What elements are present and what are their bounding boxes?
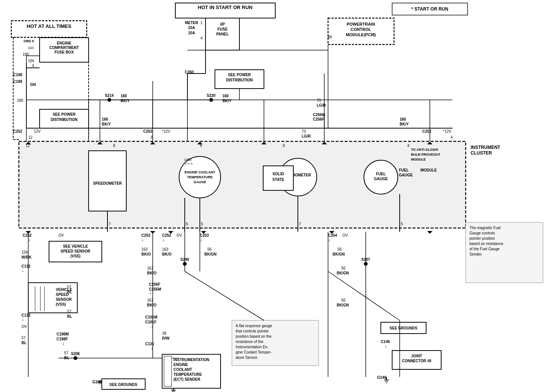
svg-text:6: 6: [283, 144, 285, 148]
svg-text:SENSOR: SENSOR: [56, 297, 72, 302]
svg-text:TEMPERATURE: TEMPERATURE: [187, 175, 213, 179]
svg-text:based on resistance: based on resistance: [469, 242, 503, 246]
svg-text:POWERTRAIN: POWERTRAIN: [347, 22, 375, 26]
svg-text:↓: ↓: [62, 341, 64, 346]
svg-text:of the Fuel Gauge: of the Fuel Gauge: [469, 247, 500, 251]
wiring-diagram: HOT IN START OR RUN * START OR RUN HOT A…: [0, 0, 549, 392]
svg-text:SEE GROUNDS: SEE GROUNDS: [109, 383, 137, 387]
svg-text:57: 57: [64, 351, 69, 355]
svg-text:*12V: *12V: [162, 129, 170, 133]
svg-text:BK/GN: BK/GN: [337, 271, 349, 275]
svg-text:↓: ↓: [21, 268, 24, 273]
svg-text:G146: G146: [377, 375, 386, 380]
svg-text:INSTRUMENTATION: INSTRUMENTATION: [173, 358, 209, 362]
svg-text:Gauge controls: Gauge controls: [469, 231, 495, 235]
svg-text:159: 159: [21, 250, 28, 254]
svg-text:S214: S214: [105, 93, 114, 98]
svg-text:C256F: C256F: [313, 117, 324, 121]
svg-text:MODULE: MODULE: [420, 168, 437, 172]
svg-text:C256M: C256M: [313, 113, 325, 117]
svg-text:↓: ↓: [141, 237, 144, 242]
svg-text:SEE GROUNDS: SEE GROUNDS: [390, 326, 417, 330]
svg-text:OV: OV: [21, 325, 27, 329]
svg-text:FUEL: FUEL: [399, 168, 409, 172]
svg-text:GN: GN: [30, 83, 36, 87]
svg-text:COMPARTMENT: COMPARTMENT: [49, 46, 79, 50]
svg-text:JOINT: JOINT: [411, 354, 422, 358]
svg-text:INSTRUMENT: INSTRUMENT: [471, 145, 500, 150]
svg-text:5: 5: [401, 222, 403, 226]
svg-text:163: 163: [141, 247, 148, 251]
svg-text:C101M: C101M: [145, 315, 157, 319]
svg-text:that controls pointer: that controls pointer: [236, 329, 269, 333]
svg-text:ENGINE: ENGINE: [57, 41, 72, 45]
svg-text:LG/R: LG/R: [317, 103, 326, 107]
svg-text:FUSE: FUSE: [218, 27, 228, 31]
svg-text:OV: OV: [176, 233, 182, 237]
svg-text:(ECT) SENDER: (ECT) SENDER: [173, 377, 201, 381]
svg-text:BK/O: BK/O: [147, 303, 156, 307]
svg-text:S220: S220: [207, 93, 216, 98]
svg-text:BK/GN: BK/GN: [337, 303, 349, 307]
svg-text:pointer position: pointer position: [469, 236, 495, 240]
svg-rect-82: [89, 151, 126, 211]
svg-text:A flat response gauge: A flat response gauge: [236, 324, 272, 328]
svg-text:BK/Y: BK/Y: [400, 122, 409, 126]
svg-text:STATE: STATE: [272, 178, 284, 182]
svg-text:BK/O: BK/O: [147, 271, 156, 275]
svg-text:GN: GN: [28, 59, 34, 63]
svg-text:TEMPERATURE: TEMPERATURE: [173, 372, 202, 377]
svg-text:LG/R: LG/R: [302, 134, 311, 138]
svg-text:Instrumentation En-: Instrumentation En-: [236, 345, 268, 349]
svg-text:SPEED: SPEED: [56, 292, 69, 297]
svg-text:73: 73: [317, 98, 321, 103]
svg-text:5: 5: [201, 222, 203, 226]
svg-rect-74: [19, 141, 466, 228]
svg-text:BK/Y: BK/Y: [121, 99, 130, 103]
svg-text:SEE POWER: SEE POWER: [53, 112, 76, 116]
svg-text:48: 48: [328, 35, 332, 39]
svg-text:10A: 10A: [188, 26, 195, 30]
svg-text:7: 7: [109, 222, 111, 226]
svg-text:C109: C109: [13, 80, 22, 84]
svg-text:160: 160: [222, 94, 229, 98]
svg-text:I/P: I/P: [220, 22, 225, 26]
svg-text:∿∿∿: ∿∿∿: [184, 162, 193, 165]
svg-text:BK/GN: BK/GN: [204, 252, 216, 256]
svg-text:GAUGE: GAUGE: [399, 173, 413, 177]
svg-text:163: 163: [162, 247, 169, 251]
svg-text:CLUSTER: CLUSTER: [471, 150, 492, 156]
svg-text:(VSS): (VSS): [56, 302, 66, 306]
svg-text:BK/O: BK/O: [141, 252, 151, 256]
svg-text:OV: OV: [342, 233, 348, 237]
svg-text:BK/GN: BK/GN: [333, 252, 345, 256]
svg-text:57: 57: [67, 309, 72, 314]
svg-text:↓: ↓: [200, 237, 202, 242]
svg-text:METER: METER: [185, 21, 199, 25]
svg-text:↓: ↓: [28, 237, 31, 242]
svg-text:DISTRIBUTION: DISTRIBUTION: [51, 118, 77, 122]
svg-text:↑: ↑: [149, 291, 151, 296]
svg-text:ENGINE: ENGINE: [173, 363, 188, 367]
svg-text:The magnetic Fuel: The magnetic Fuel: [469, 226, 501, 230]
svg-text:↓: ↓: [385, 343, 387, 349]
svg-text:56: 56: [337, 247, 342, 251]
svg-text:FUSE BOX: FUSE BOX: [54, 50, 74, 54]
svg-text:C256F: C256F: [149, 282, 160, 286]
svg-text:MODULE: MODULE: [411, 158, 426, 161]
svg-text:56: 56: [341, 298, 346, 302]
svg-text:39: 39: [162, 331, 167, 335]
svg-text:HOT IN START OR RUN: HOT IN START OR RUN: [198, 5, 253, 10]
svg-text:PANEL: PANEL: [216, 32, 228, 36]
svg-text:160: 160: [121, 94, 127, 98]
svg-text:SEE VEHICLE: SEE VEHICLE: [63, 244, 88, 248]
svg-text:1: 1: [200, 21, 202, 25]
svg-text:R/W: R/W: [162, 336, 170, 340]
svg-text:4: 4: [451, 135, 453, 139]
svg-text:8: 8: [113, 144, 115, 148]
svg-text:SEE POWER: SEE POWER: [228, 73, 251, 77]
svg-text:gine Coolant Temper-: gine Coolant Temper-: [236, 350, 271, 354]
svg-text:CONTROL: CONTROL: [351, 27, 371, 32]
svg-text:COOLANT: COOLANT: [173, 368, 192, 372]
svg-text:* START OR RUN: * START OR RUN: [411, 6, 448, 12]
